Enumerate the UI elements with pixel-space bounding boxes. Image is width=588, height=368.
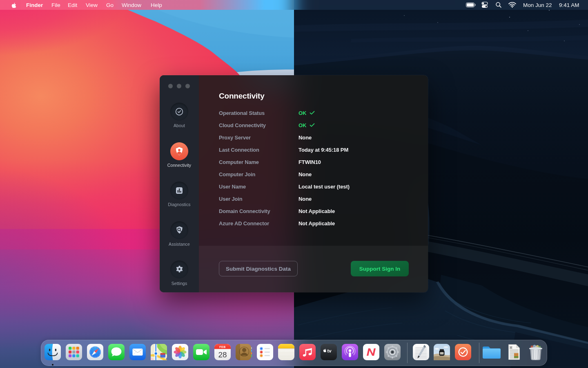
svg-text:FEB: FEB [219,346,226,348]
svg-text:H: H [510,346,512,350]
svg-text:28: 28 [218,350,227,359]
svg-text:tv: tv [327,348,332,353]
